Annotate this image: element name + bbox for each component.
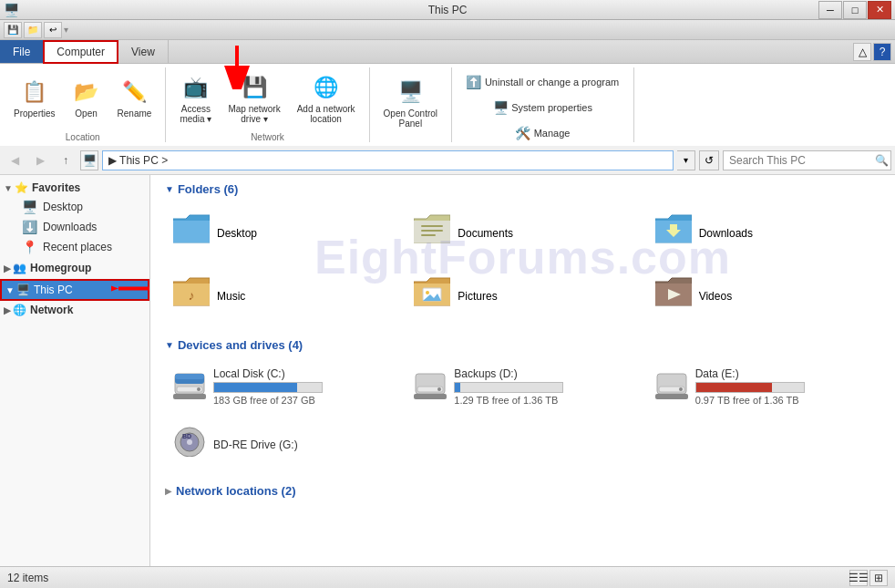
folders-section-title: ▼ Folders (6) — [165, 182, 880, 196]
folder-item-desktop[interactable]: Desktop — [165, 205, 398, 261]
svg-point-20 — [426, 291, 429, 294]
music-folder-svg: ♪ — [173, 274, 210, 309]
properties-button[interactable]: 📋 Properties — [7, 73, 62, 123]
local-disk-c-free: 183 GB free of 237 GB — [213, 395, 323, 406]
sidebar-thispc-container: ▼ 🖥️ This PC — [0, 279, 149, 301]
search-input[interactable] — [724, 154, 871, 167]
content-area: EightForums.com ▼ Folders (6) Desktop — [150, 175, 895, 566]
open-button[interactable]: 📂 Open — [66, 73, 108, 123]
forward-button[interactable]: ▶ — [29, 150, 51, 171]
manage-button[interactable]: 🛠️ Manage — [460, 122, 625, 144]
sidebar-network-header[interactable]: ▶ 🌐 Network — [0, 301, 149, 319]
ribbon-tabs: File Computer View △ ? — [0, 40, 895, 64]
qt-undo-button[interactable]: ↩ — [44, 22, 62, 38]
tab-file[interactable]: File — [0, 40, 43, 63]
drive-item-g[interactable]: BD BD-RE Drive (G:) — [165, 419, 398, 469]
sidebar-favorites-header[interactable]: ▼ ⭐ Favorites — [0, 179, 149, 197]
tab-computer[interactable]: Computer — [43, 40, 118, 64]
backups-d-bar — [455, 383, 460, 392]
qt-save-button[interactable]: 💾 — [4, 22, 22, 38]
network-expand-icon: ▶ — [4, 305, 11, 315]
add-network-location-button[interactable]: 🌐 Add a network location — [291, 68, 362, 129]
svg-marker-5 — [173, 221, 210, 242]
svg-rect-27 — [175, 374, 204, 379]
back-button[interactable]: ◀ — [4, 150, 26, 171]
uninstall-change-button[interactable]: ⬆️ Uninstall or change a program — [460, 71, 625, 93]
details-view-button[interactable]: ☰☰ — [849, 570, 868, 586]
pictures-folder-icon — [414, 274, 450, 317]
system-properties-icon: 🖥️ — [493, 100, 508, 115]
tab-view[interactable]: View — [118, 40, 169, 63]
add-network-icon: 🌐 — [312, 73, 341, 102]
favorites-label: Favorites — [32, 181, 80, 194]
drive-item-d[interactable]: Backups (D:) 1.29 TB free of 1.36 TB — [406, 361, 639, 412]
recent-places-icon: 📍 — [22, 240, 37, 254]
close-button[interactable]: ✕ — [868, 1, 891, 19]
sidebar-item-recent-places[interactable]: 📍 Recent places — [0, 237, 149, 257]
address-path[interactable]: ▶ This PC > — [103, 154, 173, 167]
control-panel-icon: 🖥️ — [396, 77, 425, 107]
folder-item-videos[interactable]: Videos — [647, 268, 880, 324]
hdd-d-icon — [414, 368, 447, 399]
backups-d-bar-container — [454, 382, 563, 393]
svg-rect-9 — [421, 230, 443, 232]
drives-grid: Local Disk (C:) 183 GB free of 237 GB — [165, 361, 880, 469]
local-disk-c-label: Local Disk (C:) — [213, 367, 323, 380]
title-bar: 🖥️ This PC ─ □ ✕ — [0, 0, 895, 20]
rename-button[interactable]: ✏️ Rename — [111, 73, 159, 123]
system-properties-button[interactable]: 🖥️ System properties — [460, 97, 625, 119]
homegroup-icon: 👥 — [13, 262, 26, 274]
location-group-label: Location — [66, 129, 100, 142]
videos-folder-icon — [655, 274, 692, 317]
local-disk-c-info: Local Disk (C:) 183 GB free of 237 GB — [213, 367, 323, 406]
tiles-view-button[interactable]: ⊞ — [869, 570, 888, 586]
main-layout: ▼ ⭐ Favorites 🖥️ Desktop ⬇️ Downloads 📍 … — [0, 175, 895, 566]
documents-folder-svg — [414, 211, 450, 246]
sidebar-homegroup-header[interactable]: ▶ 👥 Homegroup — [0, 259, 149, 277]
homegroup-label: Homegroup — [30, 262, 91, 274]
help-button[interactable]: ? — [873, 43, 891, 61]
folder-item-downloads[interactable]: Downloads — [647, 205, 880, 261]
status-bar: 12 items ☰☰ ⊞ — [0, 566, 895, 588]
minimize-button[interactable]: ─ — [818, 1, 842, 19]
open-control-panel-button[interactable]: 🖥️ Open Control Panel — [377, 73, 444, 133]
backups-d-label: Backups (D:) — [454, 367, 563, 380]
pictures-folder-svg — [414, 274, 450, 309]
manage-label: Manage — [534, 128, 571, 139]
sidebar: ▼ ⭐ Favorites 🖥️ Desktop ⬇️ Downloads 📍 … — [0, 175, 150, 566]
local-disk-c-bar — [214, 383, 297, 392]
access-media-button[interactable]: 📺 Access media ▾ — [173, 68, 218, 129]
sidebar-item-thispc[interactable]: ▼ 🖥️ This PC — [0, 279, 149, 301]
music-folder-icon: ♪ — [173, 274, 210, 317]
up-button[interactable]: ↑ — [55, 150, 77, 171]
help-nav-up[interactable]: △ — [853, 43, 871, 61]
network-locations-expand-arrow: ▶ — [165, 486, 172, 496]
quick-access-toolbar: 💾 📁 ↩ ▾ — [0, 20, 895, 40]
bd-re-g-info: BD-RE Drive (G:) — [213, 438, 298, 451]
address-dropdown[interactable]: ▾ — [677, 150, 695, 170]
folder-item-music[interactable]: ♪ Music — [165, 268, 398, 324]
folder-item-pictures[interactable]: Pictures — [406, 268, 639, 324]
folder-item-documents[interactable]: Documents — [406, 205, 639, 261]
access-media-icon: 📺 — [181, 73, 211, 102]
sidebar-item-downloads[interactable]: ⬇️ Downloads — [0, 217, 149, 237]
maximize-button[interactable]: □ — [843, 1, 867, 19]
address-bar: ◀ ▶ ↑ 🖥️ ▶ This PC > ▾ ↺ 🔍 — [0, 146, 895, 175]
rename-label: Rename — [118, 108, 152, 119]
map-network-label: Map network drive ▾ — [228, 104, 280, 124]
svg-point-33 — [437, 387, 441, 391]
map-network-drive-button[interactable]: 💾 Map network drive ▾ — [221, 68, 286, 129]
sidebar-desktop-label: Desktop — [43, 201, 83, 213]
qt-folder-button[interactable]: 📁 — [24, 22, 42, 38]
bd-re-g-label: BD-RE Drive (G:) — [213, 438, 298, 451]
documents-folder-label: Documents — [458, 227, 513, 240]
drive-item-e[interactable]: Data (E:) 0.97 TB free of 1.36 TB — [647, 361, 880, 412]
svg-rect-10 — [421, 234, 436, 236]
data-e-bar-container — [695, 382, 805, 393]
sidebar-item-desktop[interactable]: 🖥️ Desktop — [0, 197, 149, 217]
refresh-button[interactable]: ↺ — [699, 150, 719, 170]
drive-item-c[interactable]: Local Disk (C:) 183 GB free of 237 GB — [165, 361, 398, 412]
desktop-folder-svg — [173, 211, 210, 246]
backups-d-info: Backups (D:) 1.29 TB free of 1.36 TB — [454, 367, 563, 406]
documents-folder-icon — [414, 211, 450, 254]
